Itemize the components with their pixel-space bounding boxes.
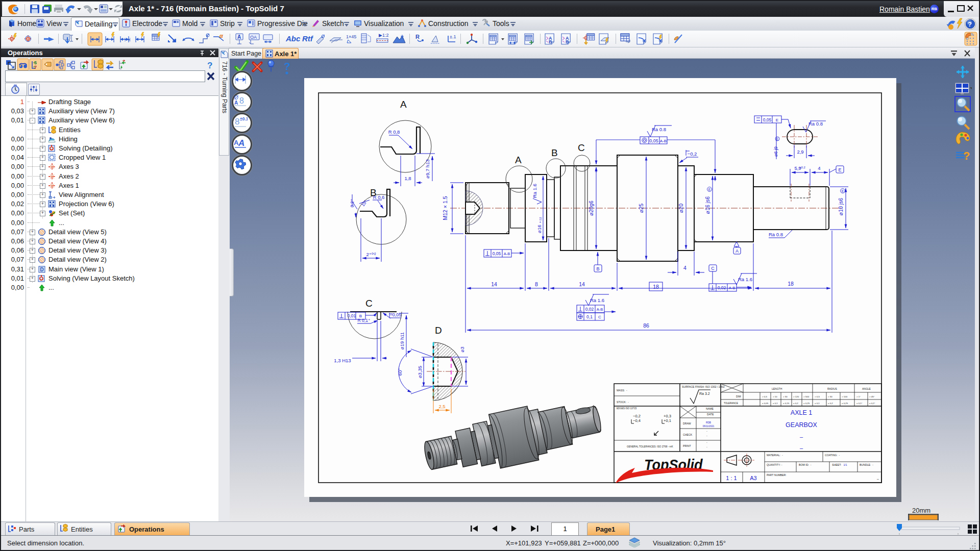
svg-text:> 1°: > 1° — [856, 395, 861, 398]
svg-text:B: B — [549, 39, 552, 44]
svg-text:B: B — [551, 147, 558, 158]
svg-text:B: B — [596, 266, 599, 271]
svg-text:18: 18 — [653, 284, 659, 290]
svg-text:8: 8 — [239, 96, 244, 105]
svg-text:RDB: RDB — [706, 421, 711, 424]
svg-text:D: D — [435, 325, 442, 336]
svg-text:DIM: DIM — [736, 395, 741, 398]
svg-text:BOM ID: -: BOM ID: - — [799, 463, 812, 466]
svg-text:0,05: 0,05 — [649, 138, 658, 143]
svg-text:± 0,25: ± 0,25 — [803, 402, 810, 405]
svg-text:± 0,2: ± 0,2 — [828, 402, 833, 405]
svg-text:Ra 1.6: Ra 1.6 — [738, 277, 752, 282]
svg-text:+0,1: +0,1 — [664, 418, 671, 423]
svg-text:8: 8 — [235, 117, 239, 127]
svg-text:± 0,2: ± 0,2 — [793, 402, 798, 405]
svg-text:–: – — [800, 434, 803, 440]
svg-text:A3: A3 — [750, 475, 756, 481]
svg-text:TOLERANCE: TOLERANCE — [724, 402, 738, 405]
svg-text:?: ? — [284, 60, 290, 72]
svg-text:1 : 1: 1 : 1 — [726, 475, 737, 481]
svg-text:14: 14 — [491, 281, 497, 287]
svg-text:NAME: NAME — [706, 407, 714, 410]
svg-text:SURFACE FINISH: ISO 1302 / 200: SURFACE FINISH: ISO 1302 / 2002 — [682, 385, 725, 388]
svg-text:DRAW: DRAW — [683, 422, 691, 425]
svg-text:?: ? — [963, 149, 970, 162]
svg-text:BUNDLE: -: BUNDLE: - — [860, 463, 873, 466]
svg-text:?: ? — [207, 61, 212, 70]
svg-text:⌀16 ₊₀₂: ⌀16 ₊₀₂ — [536, 217, 542, 233]
svg-text:0,05: 0,05 — [493, 251, 501, 256]
svg-text:M12 × 1.5: M12 × 1.5 — [442, 196, 448, 220]
svg-text:A: A — [736, 248, 739, 254]
svg-text:Ra 1.6: Ra 1.6 — [532, 184, 537, 198]
svg-text:A: A — [237, 34, 241, 40]
svg-text:PRINT: PRINT — [683, 444, 691, 447]
svg-text:15°: 15° — [360, 199, 369, 207]
svg-text:0,2⁺: 0,2⁺ — [350, 199, 355, 207]
svg-text:± 0,1°: ± 0,1° — [856, 402, 863, 405]
svg-text:1/1: 1/1 — [844, 463, 847, 466]
svg-text:⌀3: ⌀3 — [459, 346, 465, 352]
svg-text:-: - — [706, 441, 707, 444]
svg-text:OA: OA — [250, 35, 257, 40]
svg-text:PART NUMBER:: PART NUMBER: — [767, 473, 787, 477]
svg-text:⌀3,35: ⌀3,35 — [417, 366, 423, 378]
svg-text:–: – — [800, 445, 803, 451]
svg-text:E: E — [838, 167, 841, 172]
svg-text:1,3 H13: 1,3 H13 — [334, 358, 351, 363]
svg-text:R 0,8: R 0,8 — [388, 129, 400, 135]
svg-text:0,02: 0,02 — [718, 285, 726, 290]
svg-text:4: 4 — [818, 165, 820, 171]
svg-text:⌀16 js6: ⌀16 js6 — [704, 196, 710, 214]
svg-text:⌀19 h11: ⌀19 h11 — [399, 332, 405, 349]
svg-text:2,9: 2,9 — [797, 149, 803, 155]
svg-text:DATE: DATE — [707, 413, 714, 416]
svg-text:0,1: 0,1 — [586, 314, 593, 319]
svg-text:1,8: 1,8 — [404, 176, 411, 181]
svg-text:STOCK: -: STOCK: - — [617, 400, 629, 404]
svg-text:R: R — [415, 34, 420, 40]
svg-text:> 0,5: > 0,5 — [815, 395, 820, 398]
svg-text:Rtf: Rtf — [302, 34, 314, 43]
svg-text:18: 18 — [788, 281, 794, 287]
svg-text:±0.1: ±0.1 — [240, 116, 248, 121]
svg-text:A-B: A-B — [504, 252, 510, 256]
svg-text:± 0,1: ± 0,1 — [815, 402, 820, 405]
svg-text:7: 7 — [34, 65, 37, 70]
svg-text:2,5: 2,5 — [438, 404, 445, 409]
svg-text:4: 4 — [683, 265, 687, 271]
svg-text:E: E — [776, 118, 778, 122]
svg-text:A: A — [400, 99, 407, 110]
svg-text:> 0,5: > 0,5 — [762, 395, 767, 398]
svg-text:SHEET:: SHEET: — [832, 463, 841, 466]
svg-text:AXLE 1: AXLE 1 — [791, 409, 812, 416]
svg-text:0,02: 0,02 — [585, 307, 594, 312]
svg-text:C: C — [578, 142, 585, 153]
svg-text:C: C — [711, 266, 715, 271]
svg-text:B: B — [566, 39, 569, 44]
svg-text:ANGLE: ANGLE — [862, 387, 871, 390]
svg-text:Ra 1.6: Ra 1.6 — [590, 297, 604, 303]
svg-text:-: - — [706, 434, 707, 437]
svg-text:±.1: ±.1 — [450, 34, 456, 39]
svg-text:0,01: 0,01 — [348, 313, 356, 318]
svg-text:A-B: A-B — [597, 307, 603, 312]
svg-text:06/11/2021: 06/11/2021 — [703, 425, 715, 428]
svg-text:MASS: -: MASS: - — [617, 389, 627, 392]
svg-text:E: E — [842, 189, 844, 193]
svg-text:⌀9,7 h13: ⌀9,7 h13 — [425, 159, 430, 178]
svg-text:± 0,2°: ± 0,2° — [869, 402, 875, 405]
svg-text:GENERAL TOLERANCES: ISO 2768 -: GENERAL TOLERANCES: ISO 2768 - mK — [627, 445, 674, 448]
svg-text:> 100: > 100 — [842, 395, 848, 398]
svg-text:−0,05: −0,05 — [390, 312, 402, 317]
svg-text:± 0,15: ± 0,15 — [783, 402, 790, 405]
svg-text:Ra 0.8: Ra 0.8 — [769, 232, 783, 237]
svg-text:α: α — [219, 33, 224, 39]
svg-text:C: C — [365, 298, 373, 309]
svg-text:⌀25: ⌀25 — [638, 204, 644, 213]
svg-text:LENGTH: LENGTH — [772, 387, 782, 390]
svg-text:Abc: Abc — [285, 34, 301, 43]
svg-text:> 30: > 30 — [828, 395, 832, 398]
svg-text:⌀6 j9: ⌀6 j9 — [773, 146, 778, 157]
